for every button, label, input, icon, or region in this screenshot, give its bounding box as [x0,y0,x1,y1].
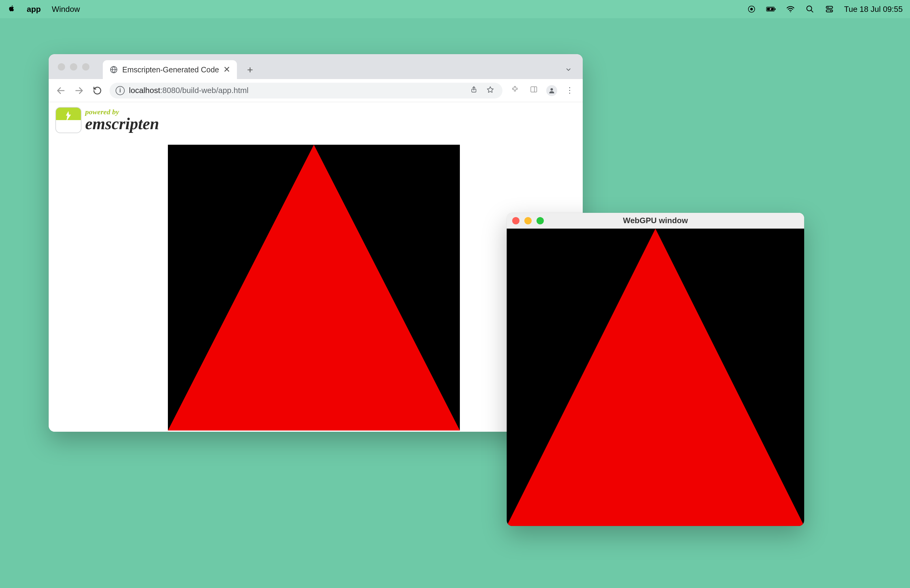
chrome-close-dot[interactable] [58,63,65,71]
chrome-menu-icon[interactable]: ⋮ [563,86,577,95]
back-button[interactable] [55,84,67,97]
emscripten-badge: powered by emscripten [53,105,164,135]
screen-record-icon[interactable] [747,4,756,14]
chrome-viewport: powered by emscripten [48,102,583,432]
chrome-zoom-dot[interactable] [82,63,89,71]
chrome-tab-title: Emscripten-Generated Code [122,65,219,74]
svg-marker-16 [487,87,493,92]
menubar-right: Tue 18 Jul 09:55 [747,4,903,14]
chrome-toolbar: i localhost:8080/build-web/app.html ⋮ [48,79,583,102]
extensions-icon[interactable] [509,86,521,95]
reload-button[interactable] [91,84,103,97]
svg-rect-10 [826,10,833,12]
svg-point-5 [790,11,791,12]
svg-point-1 [751,8,753,10]
chrome-omnibox[interactable]: i localhost:8080/build-web/app.html [110,83,503,99]
site-info-icon[interactable]: i [116,86,125,95]
tab-search-icon[interactable] [565,66,572,75]
forward-button [73,84,85,97]
globe-icon [110,65,118,74]
native-close-dot[interactable] [512,217,519,225]
menubar-left: app Window [7,4,80,15]
chrome-window: Emscripten-Generated Code ✕ + i localhos… [48,54,583,432]
emscripten-name: emscripten [85,116,159,132]
svg-point-19 [551,88,553,90]
menubar-item-window[interactable]: Window [52,5,80,14]
chrome-traffic-lights [58,63,89,71]
new-tab-button[interactable]: + [243,63,257,77]
native-traffic-lights [512,217,544,225]
svg-rect-17 [531,87,537,92]
close-tab-icon[interactable]: ✕ [223,65,230,74]
spotlight-search-icon[interactable] [805,4,815,14]
menubar-app-name[interactable]: app [27,5,41,14]
svg-rect-4 [775,8,776,10]
app-canvas[interactable] [168,145,460,431]
chrome-tab-active[interactable]: Emscripten-Generated Code ✕ [103,60,237,79]
red-triangle [168,145,460,431]
native-window-title: WebGPU window [507,216,804,225]
control-center-icon[interactable] [824,4,834,14]
macos-menubar: app Window Tue 18 Jul 09:55 [0,0,910,18]
url-rest: :8080/build-web/app.html [160,86,249,95]
menubar-clock[interactable]: Tue 18 Jul 09:55 [844,5,903,14]
url-text: localhost:8080/build-web/app.html [129,86,249,95]
profile-avatar[interactable] [546,85,557,96]
wifi-icon[interactable] [786,4,795,14]
svg-point-6 [807,6,812,11]
native-zoom-dot[interactable] [537,217,544,225]
native-titlebar[interactable]: WebGPU window [507,213,804,229]
bookmark-star-icon[interactable] [484,86,496,95]
battery-icon[interactable] [766,4,776,14]
chrome-minimize-dot[interactable] [70,63,77,71]
chrome-tabstrip: Emscripten-Generated Code ✕ + [48,54,583,79]
svg-rect-8 [826,6,833,8]
svg-point-9 [828,7,829,8]
native-app-window: WebGPU window [507,213,804,526]
share-icon[interactable] [468,86,480,95]
red-triangle [507,229,804,526]
side-panel-icon[interactable] [527,86,540,95]
emscripten-logo-icon [55,107,81,133]
url-host: localhost [129,86,160,95]
svg-point-11 [830,10,832,11]
svg-line-7 [811,10,813,13]
native-canvas[interactable] [507,229,804,526]
apple-menu-icon[interactable] [7,4,16,15]
native-minimize-dot[interactable] [524,217,532,225]
